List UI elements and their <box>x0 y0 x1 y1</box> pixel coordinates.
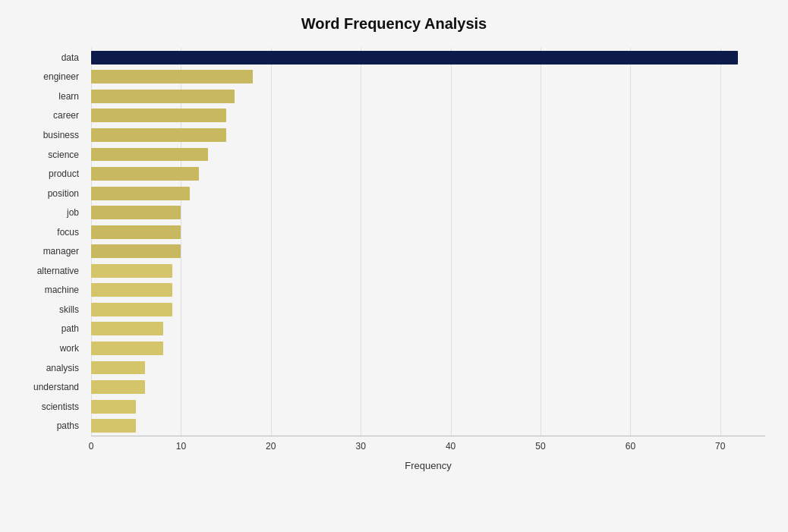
bar <box>91 322 163 335</box>
y-label: product <box>49 164 85 184</box>
bar-row <box>91 48 765 68</box>
x-tick-label: 60 <box>626 441 635 452</box>
bar <box>91 70 253 83</box>
bar <box>91 206 181 219</box>
y-label: position <box>48 184 85 203</box>
y-label: work <box>60 338 85 358</box>
bar-row <box>91 320 765 339</box>
bar-row <box>91 68 765 87</box>
bar <box>91 128 226 142</box>
bar-row <box>91 106 765 126</box>
x-tick-label: 10 <box>176 441 186 452</box>
bar <box>91 283 172 297</box>
y-label: job <box>67 203 85 222</box>
bar <box>91 400 136 414</box>
bar-row <box>91 397 765 417</box>
y-label: skills <box>59 300 85 320</box>
x-tick-label: 30 <box>356 441 366 452</box>
bar <box>91 419 136 433</box>
bar <box>91 244 181 258</box>
y-label: focus <box>57 222 85 242</box>
bar-row <box>91 281 765 301</box>
chart-title: Word Frequency Analysis <box>23 15 765 33</box>
bar <box>91 303 172 316</box>
bar <box>91 187 190 200</box>
chart-container: Word Frequency Analysis dataengineerlear… <box>0 0 788 532</box>
x-tick-label: 70 <box>715 441 725 452</box>
bar <box>91 380 145 394</box>
y-label: science <box>48 145 85 165</box>
bar-row <box>91 377 765 397</box>
bar-row <box>91 300 765 320</box>
y-label: learn <box>58 87 85 106</box>
bar-row <box>91 416 765 436</box>
y-label: alternative <box>37 261 85 281</box>
bar <box>91 90 235 103</box>
x-tick-label: 20 <box>266 441 276 452</box>
y-label: data <box>61 48 85 68</box>
bar <box>91 361 145 375</box>
y-label: machine <box>45 281 85 301</box>
bar-row <box>91 164 765 184</box>
bar-row <box>91 358 765 378</box>
y-label: career <box>53 106 85 126</box>
y-label: scientists <box>42 397 85 417</box>
y-label: manager <box>43 241 85 261</box>
bar <box>91 264 172 278</box>
y-label: understand <box>33 377 85 397</box>
bar-row <box>91 222 765 242</box>
y-label: path <box>61 320 85 339</box>
x-tick-label: 0 <box>89 441 94 452</box>
y-label: analysis <box>46 358 85 378</box>
y-axis-labels: dataengineerlearncareerbusinesssciencepr… <box>23 48 91 436</box>
bar-row <box>91 338 765 358</box>
y-label: engineer <box>43 68 85 87</box>
bar <box>91 225 181 239</box>
bar-row <box>91 184 765 203</box>
x-tick-label: 50 <box>535 441 545 452</box>
bar <box>91 51 738 65</box>
x-ticks: 010203040506070 <box>91 436 765 458</box>
x-tick-label: 40 <box>446 441 455 452</box>
x-axis-label: Frequency <box>91 460 765 471</box>
bar <box>91 167 199 181</box>
bar-row <box>91 145 765 165</box>
plot-area <box>91 48 765 436</box>
x-axis-area: 010203040506070 Frequency <box>91 436 765 474</box>
bar <box>91 148 208 162</box>
y-label: paths <box>57 416 85 436</box>
bars-wrapper <box>91 48 765 436</box>
bar-row <box>91 241 765 261</box>
bar-row <box>91 261 765 281</box>
bar-row <box>91 87 765 106</box>
bar <box>91 109 226 122</box>
bar <box>91 342 163 355</box>
bar-row <box>91 203 765 222</box>
y-label: business <box>43 125 85 145</box>
bar-row <box>91 125 765 145</box>
